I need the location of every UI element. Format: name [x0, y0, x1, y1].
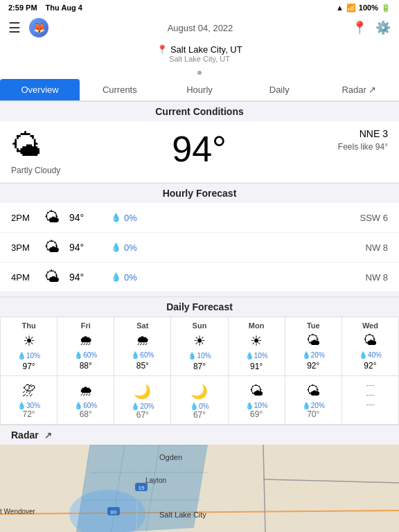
hourly-wind-0: SSW 6: [360, 213, 388, 223]
radar-header: Radar ↗: [0, 425, 399, 445]
daily-cell-tue: Tue 🌤 💧20% 92°: [285, 317, 342, 376]
svg-text:Ogden: Ogden: [159, 453, 182, 461]
current-description: Partly Cloudy: [11, 166, 60, 175]
daily-cell-sat: Sat 🌧 💧60% 85°: [114, 317, 171, 376]
wifi-icon: 📶: [346, 3, 356, 12]
daily-precip-day-4: 💧10%: [231, 352, 282, 360]
current-temperature: 94°: [60, 128, 337, 170]
hourly-temp-0: 94°: [69, 212, 111, 223]
location-icon[interactable]: 📍: [352, 20, 367, 35]
daily-cell-thu: Thu ☀ 💧10% 97°: [1, 317, 57, 376]
status-bar: 2:59 PM Thu Aug 4 ▲ 📶 100% 🔋: [0, 0, 399, 15]
daily-day-icon-1: 🌧: [60, 332, 111, 348]
daily-precip-night-4: 💧10%: [231, 402, 282, 409]
avatar[interactable]: 🦊: [29, 18, 48, 37]
daily-cell-wed: Wed 🌤 💧40% 92°: [342, 317, 399, 376]
tab-hourly[interactable]: Hourly: [159, 79, 239, 100]
daily-precip-night-3: 💧0%: [174, 402, 224, 410]
current-conditions-header: Current Conditions: [0, 101, 399, 121]
daily-day-icon-3: ☀: [174, 332, 224, 349]
drop-icon: 💧: [111, 242, 121, 252]
signal-icon: ▲: [336, 3, 344, 12]
daily-night-sun: 🌙 💧0% 67°: [171, 376, 228, 425]
hourly-precip-0: 💧 0%: [111, 213, 360, 223]
battery-icon: 🔋: [381, 3, 391, 12]
hourly-row: 2PM 🌤 94° 💧 0% SSW 6: [0, 203, 399, 233]
hourly-temp-2: 94°: [69, 272, 111, 283]
current-mid: 94°: [60, 128, 337, 170]
daily-night-tue: 🌤 💧20% 70°: [285, 376, 342, 425]
daily-precip-day-2: 💧60%: [117, 351, 168, 359]
hourly-temp-1: 94°: [69, 242, 111, 253]
daily-grid: Thu ☀ 💧10% 97° Fri 🌧 💧60% 88° Sat 🌧 💧60%…: [0, 317, 399, 425]
daily-day-icon-2: 🌧: [117, 332, 168, 348]
svg-marker-11: [76, 445, 208, 532]
status-date: Thu Aug 4: [46, 3, 82, 12]
svg-text:Layton: Layton: [145, 477, 166, 484]
hourly-forecast-header: Hourly Forecast: [0, 183, 399, 203]
hourly-icon-1: 🌤: [44, 238, 69, 256]
hourly-precip-1: 💧 0%: [111, 242, 366, 253]
radar-map[interactable]: 80 15 15 Ogden Layton Salt Lake City San…: [0, 445, 399, 532]
daily-night-icon-0: ⛈: [3, 383, 54, 399]
daily-precip-day-6: 💧40%: [345, 351, 396, 359]
hourly-precip-2: 💧 0%: [111, 272, 366, 283]
drop-icon: 💧: [111, 213, 121, 222]
svg-text:Salt Lake City: Salt Lake City: [159, 511, 206, 519]
daily-night-icon-5: 🌤: [288, 383, 339, 399]
location-pin-icon: 📍: [157, 44, 168, 55]
hourly-wind-1: NW 8: [366, 242, 389, 253]
hourly-time-1: 3PM: [11, 242, 44, 253]
radar-share-icon[interactable]: ↗: [44, 430, 52, 441]
header-left-icons: ☰ 🦊: [8, 18, 48, 37]
daily-precip-day-0: 💧10%: [3, 352, 54, 360]
tab-overview[interactable]: Overview: [0, 79, 80, 100]
hourly-wind-2: NW 8: [366, 272, 389, 283]
daily-precip-day-5: 💧20%: [288, 351, 339, 359]
daily-precip-night-5: 💧20%: [288, 402, 339, 409]
daily-night-mon: 🌤 💧10% 69°: [229, 376, 285, 425]
daily-night-icon-3: 🌙: [174, 383, 224, 400]
daily-day-icon-6: 🌤: [345, 332, 396, 348]
header-date: August 04, 2022: [168, 23, 233, 33]
daily-day-icon-0: ☀: [3, 332, 54, 349]
daily-precip-day-3: 💧10%: [174, 352, 224, 360]
daily-precip-day-1: 💧60%: [60, 351, 111, 359]
tab-daily[interactable]: Daily: [240, 79, 319, 100]
drop-icon: 💧: [111, 272, 121, 282]
current-left: 🌤 Partly Cloudy: [11, 128, 60, 175]
status-left: 2:59 PM Thu Aug 4: [8, 3, 82, 12]
hourly-time-0: 2PM: [11, 213, 44, 223]
location-bar: 📍 Salt Lake City, UT Salt Lake City, UT: [0, 42, 399, 64]
daily-night-icon-2: 🌙: [117, 383, 168, 400]
current-weather-icon: 🌤: [11, 128, 42, 163]
daily-forecast: Thu ☀ 💧10% 97° Fri 🌧 💧60% 88° Sat 🌧 💧60%…: [0, 317, 399, 425]
app-header: ☰ 🦊 August 04, 2022 📍 ⚙️: [0, 15, 399, 42]
header-right-icons: 📍 ⚙️: [352, 20, 391, 35]
hourly-icon-0: 🌤: [44, 209, 69, 227]
daily-precip-night-1: 💧60%: [60, 402, 111, 409]
daily-night-icon-4: 🌤: [231, 383, 282, 399]
nav-tabs: Overview Currents Hourly Daily Radar ↗: [0, 79, 399, 101]
svg-text:t Wendover: t Wendover: [0, 508, 36, 515]
daily-night-thu: ⛈ 💧30% 72°: [1, 376, 57, 425]
daily-day-icon-5: 🌤: [288, 332, 339, 348]
tab-radar[interactable]: Radar ↗: [319, 79, 399, 100]
battery-label: 100%: [359, 3, 378, 12]
hourly-row: 3PM 🌤 94° 💧 0% NW 8: [0, 233, 399, 263]
menu-icon[interactable]: ☰: [8, 19, 21, 36]
daily-cell-fri: Fri 🌧 💧60% 88°: [57, 317, 114, 376]
daily-precip-night-0: 💧30%: [3, 402, 54, 409]
hourly-row: 4PM 🌤 94° 💧 0% NW 8: [0, 263, 399, 292]
status-time: 2:59 PM: [8, 3, 37, 12]
daily-night-icon-1: 🌧: [60, 383, 111, 399]
tab-currents[interactable]: Currents: [80, 79, 159, 100]
current-right: NNE 3 Feels like 94°: [338, 128, 388, 152]
current-conditions: 🌤 Partly Cloudy 94° NNE 3 Feels like 94°: [0, 121, 399, 183]
daily-cell-mon: Mon ☀ 💧10% 91°: [229, 317, 285, 376]
gear-icon[interactable]: ⚙️: [375, 20, 391, 35]
location-city2: Salt Lake City, UT: [0, 55, 399, 63]
current-wind: NNE 3: [338, 128, 388, 139]
daily-night-wed: --- --- ---: [342, 376, 399, 425]
daily-cell-sun: Sun ☀ 💧10% 87°: [171, 317, 228, 376]
